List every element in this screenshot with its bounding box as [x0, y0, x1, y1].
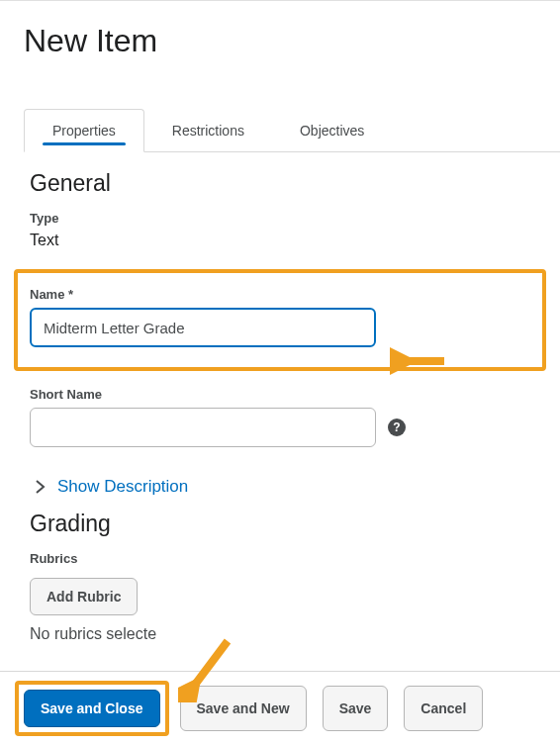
chevron-right-icon [36, 480, 46, 494]
save-and-new-button[interactable]: Save and New [180, 686, 307, 731]
show-description-label: Show Description [57, 477, 188, 497]
save-and-new-label: Save and New [197, 700, 290, 716]
tab-objectives[interactable]: Objectives [272, 109, 392, 151]
grading-heading: Grading [30, 511, 530, 537]
show-description-toggle[interactable]: Show Description [36, 477, 530, 497]
name-highlight-annotation: Name * [14, 269, 546, 371]
name-input[interactable] [30, 308, 376, 347]
save-close-highlight-annotation: Save and Close [15, 681, 169, 736]
add-rubric-button[interactable]: Add Rubric [30, 578, 138, 615]
footer-bar: Save and Close Save and New Save Cancel [0, 671, 560, 745]
type-label: Type [30, 211, 530, 226]
rubrics-label: Rubrics [30, 551, 530, 566]
add-rubric-label: Add Rubric [47, 589, 121, 605]
tab-restrictions-label: Restrictions [172, 123, 244, 139]
cancel-button[interactable]: Cancel [404, 686, 483, 731]
name-label: Name * [30, 287, 530, 302]
cancel-label: Cancel [420, 700, 466, 716]
tabs-bar: Properties Restrictions Objectives [24, 109, 560, 152]
page-title: New Item [0, 1, 560, 59]
type-value: Text [30, 232, 530, 249]
save-button[interactable]: Save [323, 686, 389, 731]
short-name-row: ? [30, 408, 530, 447]
short-name-label: Short Name [30, 387, 530, 402]
tab-restrictions[interactable]: Restrictions [144, 109, 272, 151]
save-and-close-button[interactable]: Save and Close [24, 690, 160, 727]
help-icon[interactable]: ? [388, 419, 406, 436]
save-and-close-label: Save and Close [41, 700, 143, 716]
save-label: Save [339, 700, 372, 716]
general-heading: General [30, 170, 530, 197]
tab-properties-label: Properties [52, 123, 116, 139]
no-rubrics-text: No rubrics selecte [30, 625, 530, 643]
short-name-input[interactable] [30, 408, 376, 447]
tab-objectives-label: Objectives [300, 123, 364, 139]
content-area: General Type Text Name * Short Name ? Sh… [0, 152, 560, 643]
tab-properties[interactable]: Properties [24, 109, 144, 152]
